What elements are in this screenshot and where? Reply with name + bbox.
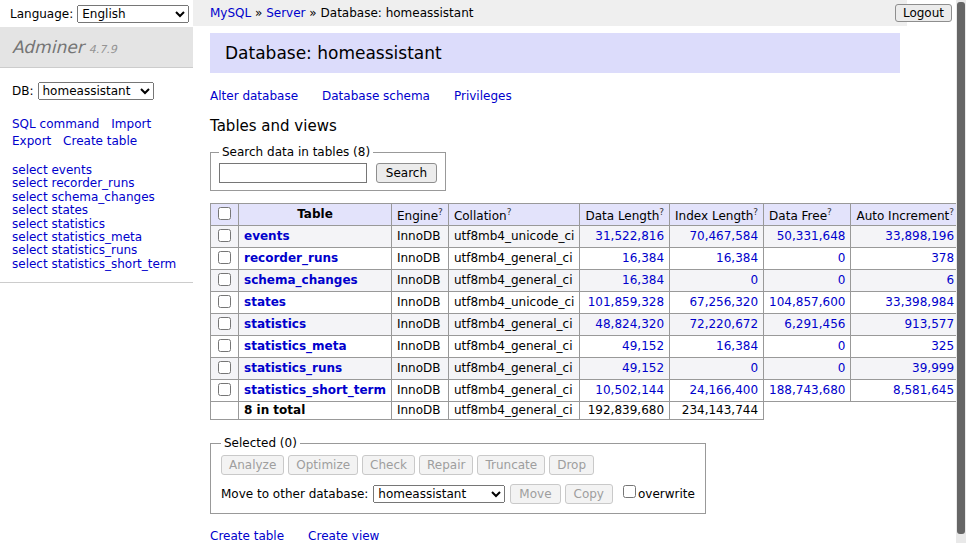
row-checkbox[interactable] — [218, 229, 231, 242]
value-link[interactable]: 0 — [750, 361, 758, 375]
bulk-action-button[interactable]: Optimize — [288, 455, 358, 475]
db-action-link[interactable]: Alter database — [210, 89, 298, 103]
table-name-link[interactable]: statistics — [244, 317, 306, 331]
help-link[interactable]: ? — [659, 207, 664, 217]
create-link[interactable]: Create table — [210, 529, 284, 543]
total-checkbox-cell — [211, 402, 239, 420]
value-link[interactable]: 6,291,456 — [784, 317, 845, 331]
help-link[interactable]: ? — [507, 207, 512, 217]
auto-increment-cell: 325 — [851, 336, 960, 358]
value-link[interactable]: 10,502,144 — [595, 383, 664, 397]
value-link[interactable]: 0 — [838, 361, 846, 375]
value-link[interactable]: 50,331,648 — [777, 229, 846, 243]
column-header: Auto Increment? — [851, 204, 960, 226]
select-all-checkbox[interactable] — [218, 207, 231, 220]
value-link[interactable]: 16,384 — [622, 273, 664, 287]
help-link[interactable]: ? — [827, 207, 832, 217]
sidebar-table-link[interactable]: select statistics_runs — [12, 244, 193, 257]
sidebar-table-link[interactable]: select states — [12, 204, 193, 217]
row-checkbox[interactable] — [218, 361, 231, 374]
sidebar-table-link[interactable]: select statistics — [12, 218, 193, 231]
help-link[interactable]: ? — [438, 207, 443, 217]
bulk-action-button[interactable]: Repair — [419, 455, 473, 475]
move-db-select[interactable]: homeassistant — [373, 485, 505, 503]
db-action-link[interactable]: Database schema — [322, 89, 430, 103]
search-button[interactable]: Search — [376, 163, 437, 183]
table-name-cell: statistics — [239, 314, 392, 336]
bulk-action-button[interactable]: Analyze — [221, 455, 284, 475]
sidebar-table-link[interactable]: select recorder_runs — [12, 177, 193, 190]
value-link[interactable]: 16,384 — [716, 251, 758, 265]
search-input[interactable] — [219, 163, 367, 183]
table-name-cell: statistics_runs — [239, 358, 392, 380]
row-checkbox[interactable] — [218, 383, 231, 396]
sidebar-link[interactable]: Create table — [63, 134, 137, 148]
scrollbar-thumb[interactable] — [957, 2, 965, 534]
value-link[interactable]: 8,581,645 — [893, 383, 954, 397]
value-link[interactable]: 6 — [946, 273, 954, 287]
table-name-link[interactable]: statistics_meta — [244, 339, 347, 353]
value-link[interactable]: 188,743,680 — [769, 383, 845, 397]
value-link[interactable]: 0 — [838, 273, 846, 287]
breadcrumb-link[interactable]: MySQL — [210, 6, 251, 20]
value-link[interactable]: 72,220,672 — [689, 317, 758, 331]
table-name-link[interactable]: statistics_short_term — [244, 383, 386, 397]
row-checkbox[interactable] — [218, 251, 231, 264]
value-link[interactable]: 49,152 — [622, 339, 664, 353]
db-select[interactable]: homeassistant — [38, 82, 154, 100]
table-row: statistics_metaInnoDButf8mb4_general_ci4… — [211, 336, 966, 358]
bulk-action-button[interactable]: Truncate — [477, 455, 545, 475]
db-action-link[interactable]: Privileges — [454, 89, 512, 103]
column-header: Data Free? — [764, 204, 851, 226]
row-checkbox[interactable] — [218, 339, 231, 352]
value-link[interactable]: 33,398,984 — [885, 295, 954, 309]
create-link[interactable]: Create view — [308, 529, 379, 543]
move-button[interactable]: Move — [510, 484, 560, 504]
value-link[interactable]: 24,166,400 — [689, 383, 758, 397]
value-link[interactable]: 104,857,600 — [769, 295, 845, 309]
value-link[interactable]: 325 — [931, 339, 954, 353]
data-free-cell: 0 — [764, 336, 851, 358]
value-link[interactable]: 48,824,320 — [595, 317, 664, 331]
value-link[interactable]: 39,999 — [912, 361, 954, 375]
language-select[interactable]: English — [77, 5, 189, 23]
table-name-link[interactable]: events — [244, 229, 290, 243]
row-checkbox[interactable] — [218, 295, 231, 308]
value-link[interactable]: 0 — [750, 273, 758, 287]
bulk-action-button[interactable]: Check — [362, 455, 415, 475]
sidebar-link[interactable]: SQL command — [12, 117, 99, 131]
value-link[interactable]: 913,577 — [904, 317, 954, 331]
help-link[interactable]: ? — [949, 207, 954, 217]
value-link[interactable]: 16,384 — [716, 339, 758, 353]
value-link[interactable]: 0 — [838, 251, 846, 265]
sidebar-table-link[interactable]: select events — [12, 164, 193, 177]
sidebar-table-link[interactable]: select statistics_meta — [12, 231, 193, 244]
value-link[interactable]: 16,384 — [622, 251, 664, 265]
value-link[interactable]: 33,898,196 — [885, 229, 954, 243]
table-name-link[interactable]: schema_changes — [244, 273, 358, 287]
table-name-cell: states — [239, 292, 392, 314]
sidebar-table-link[interactable]: select statistics_short_term — [12, 258, 193, 271]
sidebar-table-link[interactable]: select schema_changes — [12, 191, 193, 204]
help-link[interactable]: ? — [753, 207, 758, 217]
total-label: 8 in total — [239, 402, 392, 420]
overwrite-checkbox[interactable] — [623, 485, 636, 498]
value-link[interactable]: 49,152 — [622, 361, 664, 375]
sidebar-link[interactable]: Export — [12, 134, 51, 148]
value-link[interactable]: 67,256,320 — [689, 295, 758, 309]
sidebar-link[interactable]: Import — [111, 117, 151, 131]
bulk-action-button[interactable]: Drop — [549, 455, 594, 475]
table-name-link[interactable]: states — [244, 295, 286, 309]
copy-button[interactable]: Copy — [565, 484, 613, 504]
logout-button[interactable]: Logout — [895, 4, 952, 22]
value-link[interactable]: 378 — [931, 251, 954, 265]
value-link[interactable]: 0 — [838, 339, 846, 353]
breadcrumb-link[interactable]: Server — [266, 6, 305, 20]
row-checkbox[interactable] — [218, 317, 231, 330]
table-name-link[interactable]: statistics_runs — [244, 361, 342, 375]
row-checkbox[interactable] — [218, 273, 231, 286]
value-link[interactable]: 101,859,328 — [588, 295, 664, 309]
table-name-link[interactable]: recorder_runs — [244, 251, 338, 265]
value-link[interactable]: 31,522,816 — [595, 229, 664, 243]
value-link[interactable]: 70,467,584 — [689, 229, 758, 243]
